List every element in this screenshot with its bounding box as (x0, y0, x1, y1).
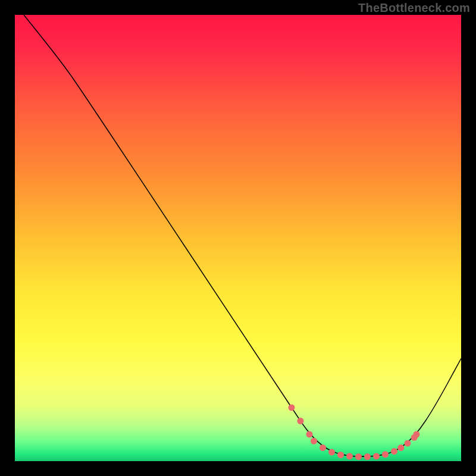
marker-dot (405, 440, 411, 447)
marker-dot (391, 448, 397, 455)
marker-dot (382, 451, 389, 458)
marker-dot (328, 449, 335, 456)
marker-dot (364, 453, 371, 460)
marker-dot (346, 453, 353, 459)
marker-dot (298, 418, 304, 424)
marker-dot (414, 431, 420, 438)
marker-dot (355, 453, 362, 460)
marker-dot (289, 405, 295, 411)
gradient-background (15, 15, 461, 461)
watermark-text: TheBottleneck.com (358, 1, 470, 15)
marker-dot (306, 431, 313, 438)
marker-dot (337, 452, 344, 458)
plot-area (15, 15, 461, 461)
marker-dot (320, 444, 326, 451)
marker-dot (311, 438, 317, 444)
marker-dot (397, 444, 404, 451)
marker-dot (373, 453, 380, 459)
bottleneck-chart (15, 15, 461, 461)
chart-container: TheBottleneck.com (0, 0, 476, 476)
